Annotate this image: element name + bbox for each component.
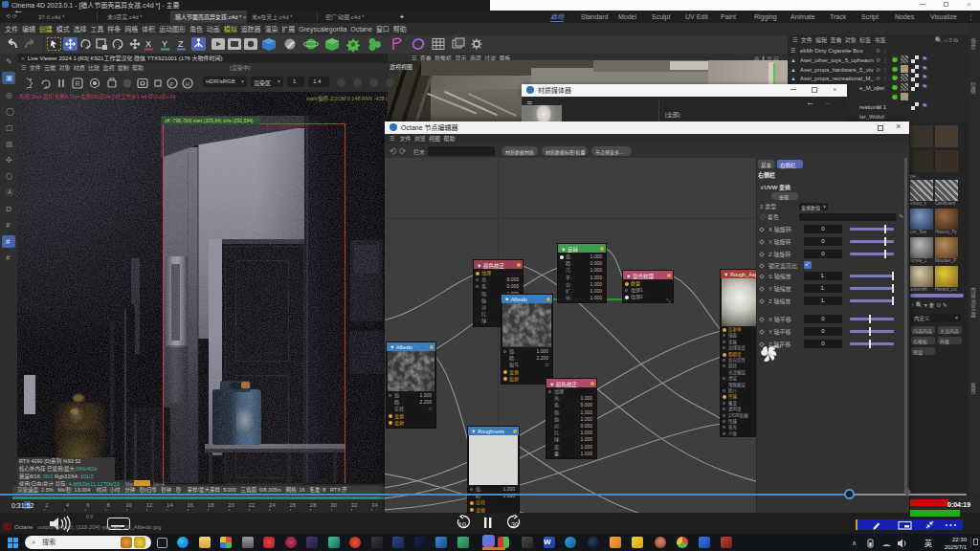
svg-text:R: R xyxy=(76,80,80,87)
svg-text:H: H xyxy=(186,81,189,87)
svg-text:X: X xyxy=(145,39,151,49)
svg-text:30: 30 xyxy=(511,521,519,528)
svg-text:Z: Z xyxy=(178,39,184,49)
svg-text:HELP: HELP xyxy=(772,344,781,349)
svg-text:P: P xyxy=(170,81,174,87)
svg-text:Y: Y xyxy=(162,39,167,49)
svg-text:10: 10 xyxy=(458,521,466,528)
